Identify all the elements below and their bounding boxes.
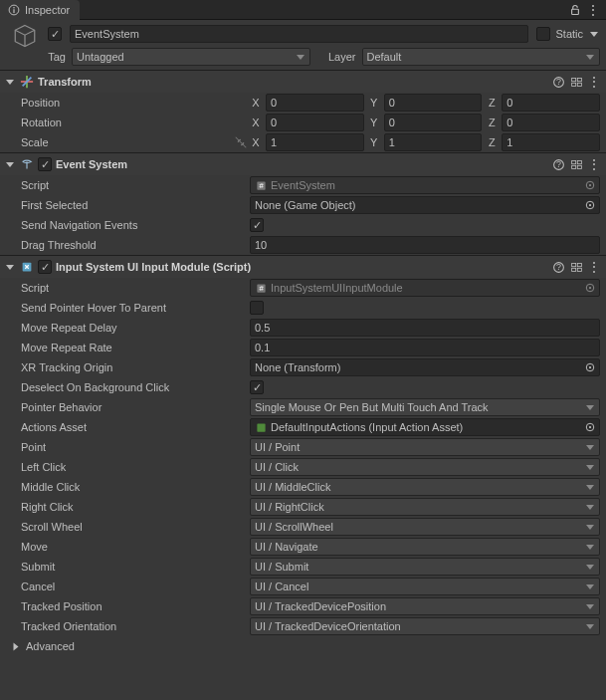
x-label: X (250, 97, 262, 109)
input-module-enabled-checkbox[interactable] (38, 260, 52, 274)
first-selected-label: First Selected (21, 199, 250, 211)
help-icon[interactable]: ? (550, 156, 566, 172)
object-picker-icon[interactable] (583, 360, 597, 374)
submit-label: Submit (21, 561, 250, 573)
right-click-dropdown[interactable]: UI / RightClick (250, 498, 600, 516)
layer-value: Default (367, 51, 402, 63)
submit-dropdown[interactable]: UI / Submit (250, 558, 600, 576)
script-type-icon: # (255, 282, 267, 294)
svg-rect-15 (577, 165, 581, 168)
xr-origin-value: None (Transform) (255, 361, 340, 373)
svg-point-32 (589, 287, 591, 289)
tag-dropdown[interactable]: Untagged (72, 48, 310, 66)
script-field: # EventSystem (250, 176, 600, 194)
script-value: InputSystemUIInputModule (271, 282, 403, 294)
move-dropdown[interactable]: UI / Navigate (250, 538, 600, 556)
send-nav-label: Send Navigation Events (21, 219, 250, 231)
scale-x-input[interactable] (266, 133, 364, 151)
scroll-dropdown[interactable]: UI / ScrollWheel (250, 518, 600, 536)
object-picker-icon[interactable] (583, 198, 597, 212)
tag-label: Tag (44, 51, 66, 63)
middle-click-dropdown[interactable]: UI / MiddleClick (250, 478, 600, 496)
tag-layer-row: Tag Untagged Layer Default (0, 44, 606, 70)
tab-menu-icon[interactable] (584, 1, 602, 19)
first-selected-field[interactable]: None (Game Object) (250, 196, 600, 214)
component-menu-icon[interactable] (586, 156, 602, 172)
move-repeat-rate-label: Move Repeat Rate (21, 342, 250, 353)
svg-rect-28 (577, 268, 581, 271)
y-label: Y (368, 97, 380, 109)
cube-icon[interactable] (10, 21, 40, 51)
position-y-input[interactable] (384, 94, 483, 112)
advanced-label: Advanced (26, 640, 75, 652)
tracked-pos-label: Tracked Position (21, 600, 250, 612)
object-picker-icon[interactable] (583, 420, 597, 434)
pointer-behavior-dropdown[interactable]: Single Mouse Or Pen But Multi Touch And … (250, 398, 600, 416)
drag-threshold-input[interactable] (250, 236, 600, 254)
svg-text:?: ? (556, 76, 561, 86)
event-system-header[interactable]: Event System ? (0, 153, 606, 175)
gameobject-name-input[interactable] (70, 25, 528, 43)
transform-header[interactable]: Transform ? (0, 71, 606, 93)
layer-label: Layer (316, 51, 356, 63)
position-fields: X Y Z (250, 94, 600, 112)
send-nav-checkbox[interactable] (250, 218, 264, 232)
cancel-dropdown[interactable]: UI / Cancel (250, 578, 600, 595)
advanced-foldout[interactable]: Advanced (0, 636, 606, 656)
position-z-input[interactable] (502, 94, 600, 112)
event-system-component: Event System ? Script # EventSystem Firs… (0, 152, 606, 255)
static-checkbox[interactable] (536, 27, 550, 41)
help-icon[interactable]: ? (550, 74, 566, 90)
fold-icon[interactable] (6, 162, 14, 167)
info-icon (8, 4, 20, 16)
preset-icon[interactable] (568, 156, 584, 172)
lock-icon[interactable] (566, 1, 584, 19)
event-system-enabled-checkbox[interactable] (38, 157, 52, 171)
move-repeat-delay-label: Move Repeat Delay (21, 322, 250, 334)
point-dropdown[interactable]: UI / Point (250, 438, 600, 456)
active-checkbox[interactable] (48, 27, 62, 41)
inspector-tab[interactable]: Inspector (0, 0, 80, 20)
tracked-ori-dropdown[interactable]: UI / TrackedDeviceOrientation (250, 617, 600, 635)
constrain-icon[interactable] (234, 135, 248, 149)
rotation-y-input[interactable] (384, 114, 483, 131)
send-hover-checkbox[interactable] (250, 301, 264, 315)
rotation-z-input[interactable] (502, 114, 600, 131)
fold-icon[interactable] (14, 642, 19, 650)
left-click-dropdown[interactable]: UI / Click (250, 458, 600, 476)
svg-rect-27 (571, 268, 575, 271)
fold-icon[interactable] (6, 80, 14, 85)
cancel-label: Cancel (21, 581, 250, 592)
deselect-checkbox[interactable] (250, 380, 264, 394)
fold-icon[interactable] (6, 265, 14, 270)
component-menu-icon[interactable] (586, 259, 602, 275)
position-x-input[interactable] (266, 94, 364, 112)
input-module-header[interactable]: Input System UI Input Module (Script) ? (0, 256, 606, 278)
input-module-icon (20, 260, 34, 274)
scale-z-input[interactable] (502, 133, 600, 151)
event-system-title: Event System (56, 158, 127, 170)
move-repeat-rate-input[interactable] (250, 339, 600, 356)
preset-icon[interactable] (568, 74, 584, 90)
tracked-pos-dropdown[interactable]: UI / TrackedDevicePosition (250, 597, 600, 615)
component-menu-icon[interactable] (586, 74, 602, 90)
static-dropdown-icon[interactable] (590, 32, 598, 37)
object-picker-icon[interactable] (583, 178, 597, 192)
xr-origin-field[interactable]: None (Transform) (250, 358, 600, 376)
rotation-x-input[interactable] (266, 114, 364, 131)
object-picker-icon[interactable] (583, 281, 597, 295)
scale-y-input[interactable] (384, 133, 483, 151)
layer-dropdown[interactable]: Default (362, 48, 601, 66)
left-click-label: Left Click (21, 461, 250, 473)
asset-type-icon (255, 421, 267, 433)
rotation-label: Rotation (21, 117, 250, 128)
actions-asset-field[interactable]: DefaultInputActions (Input Action Asset) (250, 418, 600, 436)
script-label: Script (21, 179, 250, 191)
scale-label: Scale (21, 135, 250, 149)
move-repeat-delay-input[interactable] (250, 319, 600, 337)
script-field: # InputSystemUIInputModule (250, 279, 600, 297)
svg-rect-6 (571, 78, 575, 81)
input-module-title: Input System UI Input Module (Script) (56, 261, 251, 273)
preset-icon[interactable] (568, 259, 584, 275)
help-icon[interactable]: ? (550, 259, 566, 275)
